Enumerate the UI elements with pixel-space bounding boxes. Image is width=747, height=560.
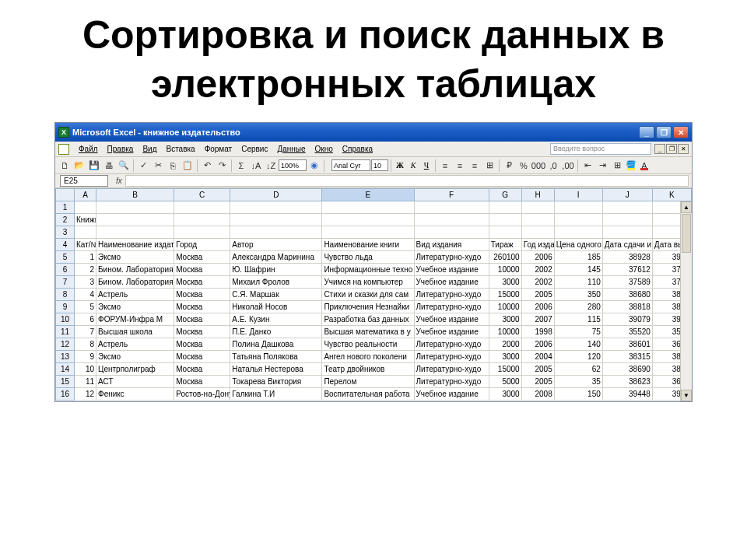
cell[interactable]: Москва	[174, 351, 230, 363]
cell[interactable]: 35	[554, 376, 602, 388]
col-header-K[interactable]: K	[652, 189, 691, 201]
col-header-B[interactable]: B	[96, 189, 174, 201]
italic-button[interactable]: К	[407, 159, 419, 172]
cell[interactable]	[230, 226, 322, 239]
row-header[interactable]: 10	[56, 313, 75, 326]
cell[interactable]: Михаил Фролов	[230, 276, 322, 289]
cell[interactable]: 145	[554, 264, 602, 276]
cell[interactable]: 1	[75, 251, 96, 264]
titlebar[interactable]: X Microsoft Excel - книжное издательство…	[55, 123, 692, 142]
row-header[interactable]: 15	[56, 376, 75, 388]
cell[interactable]	[322, 201, 414, 214]
cell[interactable]: 35520	[602, 326, 652, 338]
cell[interactable]: Астрель	[96, 289, 174, 301]
menu-file[interactable]: Файл	[74, 143, 103, 155]
formula-input[interactable]	[125, 175, 689, 187]
menu-format[interactable]: Формат	[200, 143, 237, 155]
fill-color-icon[interactable]: 🪣	[625, 159, 637, 172]
cell[interactable]: Эксмо	[96, 301, 174, 313]
cell[interactable]: 62	[554, 363, 602, 376]
menu-view[interactable]: Вид	[138, 143, 161, 155]
cell[interactable]	[322, 214, 414, 226]
cell[interactable]: Год изда	[521, 239, 554, 251]
cell[interactable]	[521, 201, 554, 214]
cell[interactable]: Москва	[174, 301, 230, 313]
comma-icon[interactable]: 000	[531, 159, 545, 173]
cell[interactable]: 150	[554, 388, 602, 401]
cell[interactable]: Литературно-худо	[414, 289, 489, 301]
row-header[interactable]: 3	[56, 226, 75, 239]
cell[interactable]: Учебное издание	[414, 276, 489, 289]
menu-data[interactable]: Данные	[272, 143, 310, 155]
cell[interactable]: Токарева Виктория	[230, 376, 322, 388]
cell[interactable]: 185	[554, 251, 602, 264]
cell[interactable]: Стихи и сказки для сам	[322, 289, 414, 301]
cell[interactable]: Разработка баз данных	[322, 313, 414, 326]
cell[interactable]: 3000	[489, 351, 521, 363]
cell[interactable]: 120	[554, 351, 602, 363]
close-button[interactable]: ✕	[673, 126, 689, 138]
sort-desc-icon[interactable]: ↓Z	[264, 159, 278, 173]
cell[interactable]: Высшая школа	[96, 326, 174, 338]
cell[interactable]: 38928	[602, 251, 652, 264]
cell[interactable]: Воспитательная работа	[322, 388, 414, 401]
mdi-minimize[interactable]: _	[654, 144, 665, 154]
cell[interactable]	[174, 201, 230, 214]
cell[interactable]: 2008	[521, 388, 554, 401]
row-header[interactable]: 1	[56, 201, 75, 214]
cell[interactable]: 350	[554, 289, 602, 301]
cell[interactable]: 110	[554, 276, 602, 289]
cell[interactable]: Ростов-на-Дону	[174, 388, 230, 401]
cell[interactable]: 9	[75, 351, 96, 363]
cell[interactable]	[96, 201, 174, 214]
cell[interactable]: 6	[75, 313, 96, 326]
cell[interactable]: Москва	[174, 251, 230, 264]
decrease-indent-icon[interactable]: ⇤	[580, 159, 594, 173]
cell[interactable]: Литературно-худо	[414, 338, 489, 351]
redo-icon[interactable]: ↷	[215, 159, 229, 173]
cell[interactable]	[414, 226, 489, 239]
col-header-A[interactable]: A	[75, 189, 96, 201]
scroll-thumb[interactable]	[682, 214, 691, 253]
underline-button[interactable]: Ч	[420, 159, 433, 172]
col-header-J[interactable]: J	[602, 189, 652, 201]
mdi-restore[interactable]: ❐	[666, 144, 677, 154]
percent-icon[interactable]: %	[517, 159, 531, 173]
merge-icon[interactable]: ⊞	[482, 159, 496, 173]
cell[interactable]	[174, 226, 230, 239]
cell[interactable]: Чувство реальности	[322, 338, 414, 351]
cell[interactable]: 2002	[521, 264, 554, 276]
col-header-E[interactable]: E	[322, 189, 414, 201]
cell[interactable]: 3000	[489, 276, 521, 289]
cell[interactable]	[75, 226, 96, 239]
col-header-I[interactable]: I	[554, 189, 602, 201]
row-header[interactable]: 7	[56, 276, 75, 289]
cell[interactable]: Театр двойников	[322, 363, 414, 376]
bold-button[interactable]: Ж	[394, 159, 406, 172]
spellcheck-icon[interactable]: ✓	[136, 159, 150, 173]
currency-icon[interactable]: ₽	[502, 159, 516, 173]
row-header[interactable]: 4	[56, 239, 75, 251]
cell[interactable]	[174, 214, 230, 226]
cell[interactable]	[414, 214, 489, 226]
cell[interactable]: 15000	[489, 289, 521, 301]
cell[interactable]: Учимся на компьютер	[322, 276, 414, 289]
help-icon[interactable]: ◉	[307, 159, 321, 173]
cell[interactable]: 8	[75, 338, 96, 351]
select-all-corner[interactable]	[56, 189, 75, 201]
cell[interactable]: 260100	[489, 251, 521, 264]
row-header[interactable]: 13	[56, 351, 75, 363]
row-header[interactable]: 16	[56, 388, 75, 401]
row-header[interactable]: 12	[56, 338, 75, 351]
cell[interactable]: 1998	[521, 326, 554, 338]
fontsize-combo[interactable]: 10	[371, 159, 388, 171]
cell[interactable]: 4	[75, 289, 96, 301]
cell[interactable]: 10000	[489, 326, 521, 338]
cell[interactable]	[230, 201, 322, 214]
cell[interactable]: Москва	[174, 376, 230, 388]
zoom-combo[interactable]: 100%	[279, 159, 307, 171]
menu-edit[interactable]: Правка	[103, 143, 139, 155]
cell[interactable]: Литературно-худо	[414, 301, 489, 313]
cell[interactable]: 2004	[521, 351, 554, 363]
align-left-icon[interactable]: ≡	[438, 159, 452, 173]
